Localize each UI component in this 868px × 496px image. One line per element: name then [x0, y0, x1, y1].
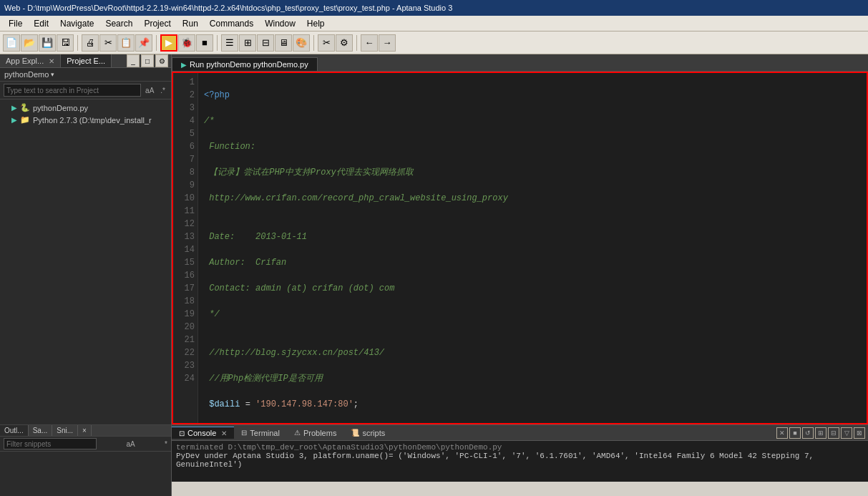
line-num-2: 2	[177, 89, 195, 102]
stop-button[interactable]: ■	[196, 34, 213, 52]
line-num-6: 6	[177, 140, 195, 153]
new-button[interactable]: 📄	[3, 34, 20, 52]
run-button[interactable]: ▶	[160, 34, 177, 52]
code-line-14: $daili = '190.147.98.147:80';	[204, 398, 861, 411]
menu-window[interactable]: Window	[259, 17, 301, 30]
menu-commands[interactable]: Commands	[204, 17, 259, 30]
toolbar-sep-2	[156, 35, 157, 51]
copy-button[interactable]: 📋	[117, 34, 135, 52]
back-button[interactable]: ←	[361, 34, 378, 52]
debug-button[interactable]: 🐞	[178, 34, 195, 52]
snippets-aa-button[interactable]: aA	[126, 440, 135, 448]
console-panel: ⊡ Console ✕ ⊟ Terminal ⚠ Problems 📜 scri…	[172, 424, 868, 482]
toolbar: 📄 📂 💾 🖫 🖨 ✂ 📋 📌 ▶ 🐞 ■ ☰ ⊞ ⊟ 🖥 🎨 ✂ ⚙ ← →	[0, 31, 868, 54]
console-btn-4[interactable]: ⊞	[815, 427, 826, 439]
open-button[interactable]: 📂	[21, 34, 38, 52]
snippets-asterisk-button[interactable]: *	[165, 440, 167, 448]
filter-snippets-input[interactable]	[4, 438, 97, 449]
snippets-tab-close[interactable]: ×	[78, 425, 92, 436]
print-button[interactable]: 🖨	[82, 34, 99, 52]
line-numbers: 1 2 3 4 5 6 7 8 9 10 11 12 13 14 15 16 1	[173, 73, 198, 423]
folder-icon: 📁	[20, 115, 30, 125]
toolbar-sep-3	[217, 35, 218, 51]
view-btn-4[interactable]: 🖥	[275, 34, 292, 52]
save-all-button[interactable]: 🖫	[57, 34, 74, 52]
line-num-19: 19	[177, 308, 195, 321]
console-btn-7[interactable]: ⊠	[854, 427, 865, 439]
tab-console[interactable]: ⊡ Console ✕	[172, 427, 234, 439]
code-line-10: */	[204, 308, 861, 321]
console-restart-button[interactable]: ↺	[802, 427, 814, 439]
dropdown-arrow-icon: ▾	[51, 71, 54, 78]
snippets-tabs: Outl... Sa... Sni... ×	[0, 425, 171, 437]
file-icon: 🐍	[20, 103, 30, 112]
view-btn-2[interactable]: ⊞	[239, 34, 256, 52]
code-editor[interactable]: <?php /* Function: 【记录】尝试在PHP中支持Proxy代理去…	[198, 73, 867, 423]
tab-terminal[interactable]: ⊟ Terminal	[234, 427, 287, 439]
tab-problems[interactable]: ⚠ Problems	[287, 427, 343, 439]
line-num-20: 20	[177, 321, 195, 334]
code-line-13: //用Php检测代理IP是否可用	[204, 372, 861, 385]
extra-btn-2[interactable]: ⚙	[336, 34, 353, 52]
menu-navigate[interactable]: Navigate	[54, 17, 99, 30]
code-line-8: Author: Crifan	[204, 256, 861, 269]
menu-project[interactable]: Project	[138, 17, 176, 30]
menu-run[interactable]: Run	[177, 17, 204, 30]
menu-edit[interactable]: Edit	[28, 17, 54, 30]
minimize-panel-button[interactable]: _	[127, 54, 140, 67]
tab-project-explorer[interactable]: Project E...	[61, 54, 112, 67]
code-line-2: /*	[204, 115, 861, 127]
line-num-13: 13	[177, 230, 195, 243]
tree-item-pythondemo-py[interactable]: ▶ 🐍 pythonDemo.py	[0, 102, 171, 114]
editor-tab-run[interactable]: ▶ Run pythonDemo pythonDemo.py	[172, 57, 318, 71]
line-num-18: 18	[177, 295, 195, 308]
title-text: Web - D:\tmp\WordPress\DevRoot\httpd-2.2…	[4, 4, 452, 12]
tab-app-explorer[interactable]: App Expl... ✕	[0, 54, 61, 67]
menu-help[interactable]: Help	[301, 17, 331, 30]
line-num-4: 4	[177, 115, 195, 127]
editor: 1 2 3 4 5 6 7 8 9 10 11 12 13 14 15 16 1	[172, 72, 868, 424]
console-btn-6[interactable]: ▽	[841, 427, 852, 439]
toolbar-sep-5	[356, 35, 357, 51]
toolbar-extra-group: ✂ ⚙	[318, 34, 353, 52]
editor-area: ▶ Run pythonDemo pythonDemo.py 1 2 3 4 5…	[172, 54, 868, 424]
snippets-panel: Outl... Sa... Sni... × aA *	[0, 424, 172, 496]
view-btn-5[interactable]: 🎨	[293, 34, 310, 52]
console-stop-button[interactable]: ■	[789, 427, 801, 439]
folder-name: Python 2.7.3 (D:\tmp\dev_install_r	[33, 116, 152, 125]
menu-search[interactable]: Search	[99, 17, 138, 30]
project-search-input[interactable]	[4, 84, 141, 97]
panel-menu-button[interactable]: ⚙	[155, 54, 168, 67]
line-num-5: 5	[177, 127, 195, 140]
search-regex-button[interactable]: .*	[158, 86, 167, 95]
code-line-5: http://www.crifan.com/record_php_crawl_w…	[204, 192, 861, 205]
content-area: App Expl... ✕ Project E... _ □ ⚙ pythonD…	[0, 54, 868, 424]
title-bar: Web - D:\tmp\WordPress\DevRoot\httpd-2.2…	[0, 0, 868, 16]
close-app-explorer-icon[interactable]: ✕	[49, 57, 54, 65]
forward-button[interactable]: →	[379, 34, 396, 52]
snippets-tab-sni[interactable]: Sni...	[52, 425, 78, 436]
extra-btn-1[interactable]: ✂	[318, 34, 335, 52]
toolbar-sep-4	[313, 35, 314, 51]
menu-bar: File Edit Navigate Search Project Run Co…	[0, 16, 868, 31]
run-tab-icon: ▶	[181, 61, 187, 69]
tab-scripts[interactable]: 📜 scripts	[343, 427, 392, 439]
project-dropdown[interactable]: pythonDemo ▾	[4, 70, 54, 79]
paste-button[interactable]: 📌	[135, 34, 152, 52]
view-btn-3[interactable]: ⊟	[257, 34, 274, 52]
cut-button[interactable]: ✂	[99, 34, 117, 52]
console-btn-5[interactable]: ⊟	[828, 427, 839, 439]
view-btn-1[interactable]: ☰	[221, 34, 238, 52]
console-clear-button[interactable]: ✕	[776, 427, 788, 439]
file-tree: ▶ 🐍 pythonDemo.py ▶ 📁 Python 2.7.3 (D:\t…	[0, 99, 171, 424]
save-button[interactable]: 💾	[39, 34, 56, 52]
tree-item-python-folder[interactable]: ▶ 📁 Python 2.7.3 (D:\tmp\dev_install_r	[0, 114, 171, 126]
menu-file[interactable]: File	[3, 17, 28, 30]
bottom-area: Outl... Sa... Sni... × aA *	[0, 424, 868, 496]
console-line-1: terminated D:\tmp\tmp_dev_root\AptanaStu…	[176, 443, 864, 452]
maximize-panel-button[interactable]: □	[141, 54, 154, 67]
snippets-tab-sa[interactable]: Sa...	[29, 425, 53, 436]
console-close-icon[interactable]: ✕	[221, 429, 227, 437]
search-aa-button[interactable]: aA	[143, 86, 156, 95]
snippets-tab-outline[interactable]: Outl...	[0, 425, 29, 436]
